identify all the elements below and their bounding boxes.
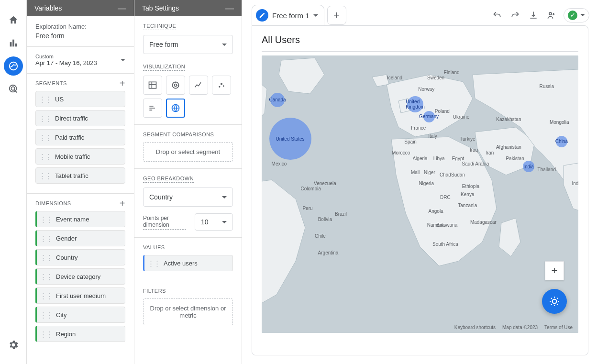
chevron-down-icon — [580, 14, 585, 16]
viz-geo-button[interactable] — [166, 99, 185, 118]
terms-link[interactable]: Terms of Use — [544, 325, 573, 330]
dimension-chip-label: First user medium — [56, 292, 106, 299]
visualization-label: VISUALIZATION — [143, 64, 185, 71]
technique-value: Free form — [149, 41, 178, 48]
exploration-tab[interactable]: Free form 1 — [252, 5, 324, 25]
dimension-chip-label: Region — [56, 331, 76, 338]
chevron-down-icon — [222, 221, 227, 223]
keyboard-shortcuts-link[interactable]: Keyboard shortcuts — [454, 325, 496, 330]
country-label: Kenya — [461, 192, 474, 197]
chevron-down-icon — [222, 196, 227, 199]
country-label: Botswana — [436, 222, 457, 227]
geo-map[interactable]: IcelandNorwaySwedenFinlandRussiaPolandUk… — [262, 55, 578, 333]
country-label: Finland — [444, 69, 460, 75]
value-chip[interactable]: Active users — [143, 255, 233, 271]
geo-breakdown-select[interactable]: Country — [143, 188, 233, 207]
realtime-icon[interactable] — [4, 79, 23, 99]
viz-donut-button[interactable] — [166, 76, 185, 95]
add-tab-button[interactable]: + — [327, 6, 346, 25]
drag-handle-icon — [39, 118, 51, 119]
segment-chip[interactable]: Mobile traffic — [35, 148, 125, 165]
technique-select[interactable]: Free form — [143, 35, 233, 54]
country-label: Saudi Arabia — [462, 161, 489, 166]
svg-rect-2 — [15, 44, 17, 46]
drag-handle-icon — [39, 99, 51, 100]
country-label: Norway — [418, 86, 434, 91]
segments-label: SEGMENTS — [35, 80, 67, 86]
undo-button[interactable] — [489, 7, 505, 23]
segment-chip[interactable]: Direct traffic — [35, 110, 125, 126]
map-data-label: Map data ©2023 — [502, 325, 538, 330]
viz-scatter-button[interactable] — [212, 76, 231, 95]
map-bubble[interactable]: India — [523, 161, 534, 172]
map-bubble[interactable]: United States — [269, 118, 311, 160]
geo-breakdown-label: GEO BREAKDOWN — [143, 176, 194, 183]
dimension-chip[interactable]: Country — [35, 249, 125, 265]
canvas-heading: All Users — [262, 34, 578, 52]
home-icon[interactable] — [4, 11, 23, 30]
explore-icon[interactable] — [4, 56, 23, 76]
add-segment-button[interactable]: + — [120, 80, 125, 86]
country-label: Nigeria — [419, 180, 434, 186]
dimension-chip-label: City — [56, 311, 66, 319]
nav-rail — [0, 0, 27, 364]
insights-fab[interactable] — [542, 289, 567, 314]
filters-dropzone[interactable]: Drop or select dimension or metric — [143, 298, 233, 325]
country-label: Libya — [433, 155, 445, 161]
map-bubble[interactable]: China — [556, 136, 567, 147]
viz-line-button[interactable] — [189, 76, 208, 95]
admin-gear-icon[interactable] — [4, 335, 23, 354]
dimension-chip[interactable]: First user medium — [35, 287, 125, 304]
redo-button[interactable] — [507, 7, 523, 23]
dimension-chip[interactable]: Device category — [35, 268, 125, 285]
segment-chip[interactable]: Paid traffic — [35, 129, 125, 145]
viz-bar-button[interactable] — [143, 99, 162, 118]
country-label: Italy — [428, 133, 437, 139]
geo-breakdown-value: Country — [149, 193, 173, 201]
tab-settings-panel: Tab Settings — TECHNIQUE Free form VISUA… — [134, 0, 242, 364]
viz-table-button[interactable] — [143, 76, 162, 95]
svg-point-11 — [223, 85, 224, 87]
exploration-name-section[interactable]: Exploration Name: Free form — [27, 16, 134, 47]
country-label: Ind — [572, 180, 578, 186]
country-label: Morocco — [392, 150, 410, 155]
segment-chip[interactable]: US — [35, 91, 125, 107]
country-label: Tanzania — [458, 203, 477, 208]
country-label: DRC — [440, 194, 451, 199]
map-bubble[interactable]: United Kingdom — [407, 96, 423, 112]
country-label: Pakistan — [506, 155, 524, 161]
reports-icon[interactable] — [4, 33, 23, 53]
technique-label: TECHNIQUE — [143, 23, 176, 30]
dimension-chip[interactable]: Event name — [35, 211, 125, 227]
edit-tab-icon[interactable] — [256, 9, 268, 22]
segment-chip-label: Direct traffic — [55, 115, 88, 122]
chevron-down-icon — [222, 44, 227, 46]
points-per-dimension-select[interactable]: 10 — [195, 213, 233, 231]
country-label: Chad — [440, 172, 451, 177]
map-bubble[interactable]: Germany — [423, 111, 435, 122]
svg-point-13 — [549, 12, 552, 15]
share-button[interactable] — [543, 7, 560, 23]
segment-dropzone[interactable]: Drop or select segment — [143, 142, 233, 162]
country-label: Algeria — [412, 155, 427, 161]
svg-point-10 — [221, 83, 222, 85]
tabs-bar: Free form 1 + ✓ — [242, 0, 597, 25]
filters-label: FILTERS — [143, 288, 166, 294]
dimension-chip[interactable]: Gender — [35, 230, 125, 246]
add-dimension-button[interactable]: + — [120, 200, 125, 206]
sample-status[interactable]: ✓ — [564, 8, 589, 22]
visualization-grid — [143, 76, 233, 118]
minimize-tab-settings-button[interactable]: — — [225, 6, 234, 11]
map-bubble[interactable]: Canada — [270, 93, 285, 107]
dimension-chip[interactable]: City — [35, 307, 125, 323]
country-label: Colombia — [300, 186, 321, 191]
country-label: Iran — [486, 150, 494, 155]
segment-chip[interactable]: Tablet traffic — [35, 167, 125, 184]
minimize-variables-button[interactable]: — — [118, 6, 126, 11]
drag-handle-icon — [40, 276, 52, 277]
download-button[interactable] — [525, 7, 542, 23]
dimension-chip[interactable]: Region — [35, 326, 125, 342]
date-range-picker[interactable]: Custom Apr 17 - May 16, 2023 — [27, 47, 134, 74]
svg-point-15 — [553, 299, 557, 304]
zoom-in-button[interactable]: + — [545, 261, 564, 280]
